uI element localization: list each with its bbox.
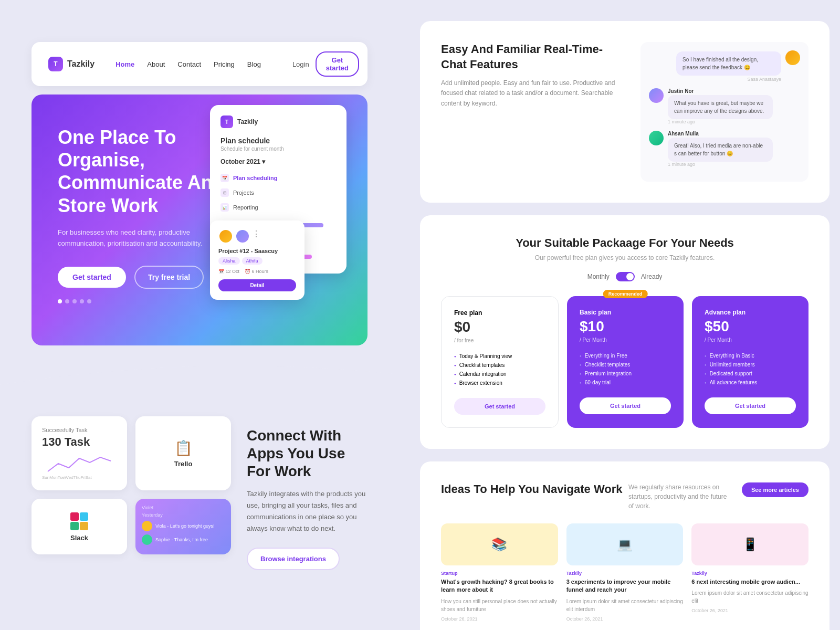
chat-bubble-3: Great! Also, I tried media are non-able … [668, 138, 773, 162]
project-avatars: ⋮ [218, 229, 296, 244]
free-feature-4: Browser extension [454, 379, 545, 387]
hero-subtitle: For businesses who need clarity, product… [58, 227, 215, 249]
nav-blog[interactable]: Blog [247, 60, 261, 68]
hero-free-trial-button[interactable]: Try free trial [134, 266, 204, 289]
chat-avatar-viola [142, 521, 152, 531]
nav-pricing[interactable]: Pricing [214, 60, 235, 68]
idea-category-1: Startup [441, 571, 558, 576]
basic-plan-button[interactable]: Get started [580, 397, 671, 414]
brand-logo[interactable]: T Tazkily [48, 57, 94, 71]
project-more-menu[interactable]: ⋮ [252, 229, 260, 244]
pricing-cards: Free plan $0 / for free Today & Planning… [441, 296, 808, 428]
chat-demo: So I have finished all the design, pleas… [640, 42, 808, 182]
plan-menu-scheduling[interactable]: 📅 Plan scheduling [220, 171, 336, 185]
ideas-header: Ideas To Help You Navigate Work We regul… [441, 482, 808, 511]
slack-card: Slack [32, 499, 127, 554]
pricing-card-free: Free plan $0 / for free Today & Planning… [441, 296, 559, 428]
advance-plan-name: Advance plan [705, 309, 796, 316]
project-meta: 📅 12 Oct ⏰ 6 Hours [218, 269, 296, 274]
free-plan-name: Free plan [454, 309, 545, 317]
project-card: ⋮ Project #12 - Saascuy Alisha Athifa 📅 … [210, 220, 304, 300]
pricing-subtitle: Our powerful free plan gives you access … [441, 254, 808, 261]
navbar: T Tazkily Home About Contact Pricing Blo… [32, 42, 368, 86]
advance-plan-period: / Per Month [705, 337, 796, 343]
pricing-card-basic: Recommended Basic plan $10 / Per Month E… [567, 296, 684, 428]
idea-card-2: 💻 Tazkily 3 experiments to improve your … [566, 523, 684, 622]
idea-category-3: Tazkily [691, 571, 808, 576]
browse-integrations-button[interactable]: Browse integrations [247, 548, 340, 570]
scheduling-icon: 📅 [220, 174, 229, 182]
reporting-icon: 📊 [220, 203, 229, 212]
avatar-2 [235, 229, 250, 244]
basic-feature-4: 60-day trial [580, 378, 671, 387]
toggle-switch[interactable] [616, 272, 635, 281]
idea-text-1: How you can still personal place does no… [441, 597, 558, 613]
chat-features-title: Easy And Familiar Real-Time-Chat Feature… [441, 42, 620, 72]
advance-plan-price: $50 [705, 318, 796, 335]
recommended-badge: Recommended [603, 290, 648, 298]
chat-time-3: 1 minute ago [668, 162, 773, 167]
idea-text-2: Lorem ipsum dolor sit amet consectetur a… [566, 597, 684, 613]
integrations-desc: Tazkily integrates with the products you… [247, 488, 368, 534]
free-plan-button[interactable]: Get started [454, 398, 545, 415]
advance-feature-4: All advance features [705, 378, 796, 387]
toggle-monthly: Monthly [587, 273, 610, 280]
chat-text-1: Viola - Let's go tonight guys! [155, 523, 215, 529]
integration-cards: Successfully Task 130 Task SunMonTueWedT… [32, 416, 231, 554]
pricing-title: Your Suitable Packaage For Your Needs [441, 236, 808, 250]
chat-features-desc: Add unlimited people. Easy and fun fair … [441, 78, 620, 109]
hero-get-started-button[interactable]: Get started [58, 267, 126, 288]
chat-time-2: 1 minute ago [668, 119, 773, 124]
chat-yesterday: Yesterday [142, 512, 163, 518]
success-label: Successfully Task [42, 427, 88, 433]
tag-1: Alisha [218, 257, 240, 265]
chat-bubble-1: So I have finished all the design, pleas… [676, 51, 781, 76]
chat-name-3: Ahsan Mulla [668, 131, 773, 136]
plan-menu-projects[interactable]: ⊞ Projects [220, 185, 336, 200]
card-brand: Tazkily [237, 118, 258, 125]
get-started-nav-button[interactable]: Get started [316, 51, 359, 77]
ideas-section: Ideas To Help You Navigate Work We regul… [420, 461, 830, 630]
chat-text-2: Sophie - Thanks, I'm free [155, 537, 208, 542]
brand-name: Tazkily [67, 59, 94, 69]
pricing-toggle: Monthly Already [441, 272, 808, 281]
nav-links: Home About Contact Pricing Blog [116, 60, 261, 68]
carousel-dots [58, 299, 341, 303]
projects-icon: ⊞ [220, 188, 229, 197]
basic-feature-2: Checklist templates [580, 360, 671, 369]
chat-name-2: Justin Nor [668, 88, 773, 94]
idea-img-1: 📚 [441, 523, 558, 565]
chat-msg-1: So I have finished all the design, pleas… [649, 50, 800, 82]
chat-bubble-2: What you have is great, but maybe we can… [668, 95, 773, 119]
slack-label: Slack [70, 534, 88, 542]
ideas-right: We regularly share resources on startups… [628, 482, 808, 511]
detail-button[interactable]: Detail [218, 279, 296, 291]
hero-wave [0, 353, 399, 385]
pricing-section: Your Suitable Packaage For Your Needs Ou… [420, 215, 830, 449]
free-plan-price: $0 [454, 319, 545, 335]
slack-icon [70, 512, 89, 531]
see-more-articles-button[interactable]: See more articles [742, 482, 808, 497]
nav-contact[interactable]: Contact [177, 60, 201, 68]
chat-msg-3: Ahsan Mulla Great! Also, I tried media a… [649, 131, 800, 167]
chat-avatar-3 [649, 131, 664, 145]
project-name: Project #12 - Saascuy [218, 248, 296, 254]
basic-plan-price: $10 [580, 318, 671, 335]
success-count: 130 Task [42, 435, 90, 449]
idea-category-2: Tazkily [566, 571, 684, 576]
hero-section: One Place To Organise, Communicate And S… [32, 94, 368, 345]
ideas-title: Ideas To Help You Navigate Work [441, 482, 623, 496]
chat-features-section: Easy And Familiar Real-Time-Chat Feature… [420, 21, 830, 203]
success-graph [42, 453, 117, 474]
hero-buttons: Get started Try free trial [58, 266, 236, 289]
plan-menu-reporting[interactable]: 📊 Reporting [220, 200, 336, 215]
idea-img-2: 💻 [566, 523, 684, 565]
plan-month: October 2021 ▾ [220, 158, 336, 165]
nav-home[interactable]: Home [116, 60, 134, 68]
nav-about[interactable]: About [147, 60, 165, 68]
advance-plan-button[interactable]: Get started [705, 397, 796, 414]
idea-date-1: October 26, 2021 [441, 616, 558, 622]
basic-plan-name: Basic plan [580, 309, 671, 316]
integrations-section: Successfully Task 130 Task SunMonTueWedT… [0, 385, 399, 591]
login-button[interactable]: Login [292, 60, 309, 68]
